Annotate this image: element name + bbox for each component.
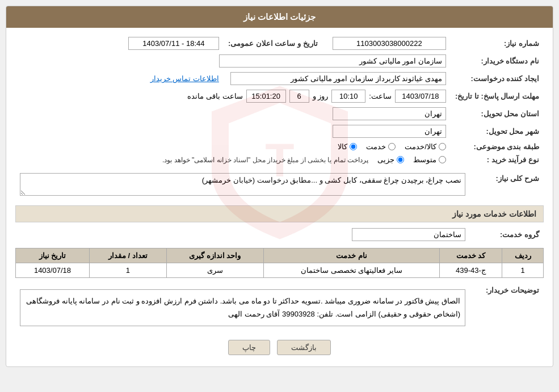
mohlat-remaining-input[interactable] [246, 90, 286, 103]
tabaqe-options: کالا/خدمت خدمت کالا [15, 140, 451, 153]
tabaqe-kala[interactable]: کالا [338, 142, 357, 151]
tabaqe-khidmat-radio[interactable] [388, 143, 396, 150]
tarikh-saet-value [15, 35, 224, 52]
cell-vahed: سری [166, 263, 263, 278]
print-button[interactable]: چاپ [228, 340, 270, 355]
page-title: جزئیات اطلاعات نیاز [243, 12, 316, 22]
nam-dastgah-input[interactable] [219, 54, 446, 68]
farayand-jozi-radio[interactable] [397, 156, 404, 163]
group-khadamat-table: گروه خدمت: [15, 226, 544, 243]
mohlat-roz-label: روز و [313, 92, 329, 100]
shahr-value [15, 123, 451, 140]
page-header: جزئیات اطلاعات نیاز [6, 6, 553, 28]
ettelaat-tamas-cell: اطلاعات تماس خریدار [15, 70, 224, 87]
mohlat-roz-input[interactable] [289, 90, 309, 103]
col-name: نام خدمت [263, 248, 439, 263]
col-tarikh: تاریخ نیاز [16, 248, 90, 263]
farayand-jozi[interactable]: جزیی [377, 155, 404, 164]
shahr-label: شهر محل تحویل: [451, 123, 544, 140]
col-code: کد خدمت [439, 248, 502, 263]
mohlat-label: مهلت ارسال پاسخ: تا تاریخ: [451, 87, 544, 105]
nam-dastgah-value [15, 52, 451, 70]
cell-radif: 1 [502, 263, 544, 278]
cell-name: سایر فعالیتهای تخصصی ساختمان [263, 263, 439, 278]
col-tedad: تعداد / مقدار [89, 248, 166, 263]
shahr-input[interactable] [333, 125, 446, 138]
mohlat-date-input[interactable] [395, 90, 446, 103]
group-khadamat-value [15, 226, 470, 243]
farayand-motevaset[interactable]: متوسط [413, 155, 446, 164]
service-table: ردیف کد خدمت نام خدمت واحد اندازه گیری ت… [15, 248, 544, 278]
group-khadamat-input[interactable] [352, 228, 465, 241]
back-button[interactable]: بازگشت [277, 340, 331, 355]
noe-farayand-label: نوع فرآیند خرید : [451, 153, 544, 166]
buyer-notes-value: الصاق پیش فاکتور در سامانه ضروری میباشد … [15, 283, 470, 333]
group-khadamat-label: گروه خدمت: [470, 226, 544, 243]
cell-tedad: 1 [89, 263, 166, 278]
mohlat-time-input[interactable] [331, 90, 365, 103]
tarikh-saet-input[interactable] [128, 37, 219, 50]
ostan-input[interactable] [333, 107, 446, 120]
ostan-label: استان محل تحویل: [451, 105, 544, 123]
tabaqe-khidmat[interactable]: خدمت [366, 142, 396, 151]
sharh-label: شرح کلی نیاز: [470, 171, 544, 200]
mohlat-row: ساعت: روز و ساعت باقی مانده [15, 87, 451, 105]
ettelaat-tamas-link[interactable]: اطلاعات تماس خریدار [150, 74, 219, 83]
notes-table: توضیحات خریدار: الصاق پیش فاکتور در ساما… [15, 283, 544, 333]
info-table: شماره نیاز: تاریخ و ساعت اعلان عمومی: نا… [15, 35, 544, 166]
ijad-label: ایجاد کننده درخواست: [451, 70, 544, 87]
table-row: 1ج-43-439سایر فعالیتهای تخصصی ساختمانسری… [16, 263, 544, 278]
sharh-textarea[interactable] [20, 173, 465, 196]
buyer-notes-label: توضیحات خریدار: [470, 283, 544, 333]
button-row: بازگشت چاپ [15, 340, 544, 360]
buyer-notes-box: الصاق پیش فاکتور در سامانه ضروری میباشد … [20, 289, 465, 326]
tabaqe-kala-khidmat[interactable]: کالا/خدمت [405, 142, 446, 151]
mohlat-time-label: ساعت: [369, 92, 392, 100]
nam-dastgah-label: نام دستگاه خریدار: [451, 52, 544, 70]
tabaqe-label: طبقه بندی موضوعی: [451, 140, 544, 153]
ostan-value [15, 105, 451, 123]
shomara-niaz-value [326, 35, 451, 52]
shomara-niaz-input[interactable] [333, 37, 446, 50]
noe-farayand-row: متوسط جزیی پرداخت تمام یا بخشی از مبلغ خ… [15, 153, 451, 166]
farayand-motevaset-radio[interactable] [439, 156, 446, 163]
ijad-value [224, 70, 451, 87]
tarikh-label: تاریخ و ساعت اعلان عمومی: [224, 35, 326, 52]
cell-tarikh: 1403/07/18 [16, 263, 90, 278]
service-section-header: اطلاعات خدمات مورد نیاز [15, 205, 544, 222]
shomara-niaz-label: شماره نیاز: [451, 35, 544, 52]
tabaqe-kala-radio[interactable] [350, 143, 357, 150]
cell-code: ج-43-439 [439, 263, 502, 278]
tabaqe-kala-khidmat-radio[interactable] [439, 143, 446, 150]
sharh-value [15, 171, 470, 200]
sharh-table: شرح کلی نیاز: [15, 171, 544, 200]
col-vahed: واحد اندازه گیری [166, 248, 263, 263]
farayand-note: پرداخت تمام یا بخشی از مبلغ خریداز محل "… [162, 156, 368, 164]
col-radif: ردیف [502, 248, 544, 263]
mohlat-saat-label: ساعت باقی مانده [187, 92, 242, 100]
ijad-input[interactable] [230, 72, 446, 85]
